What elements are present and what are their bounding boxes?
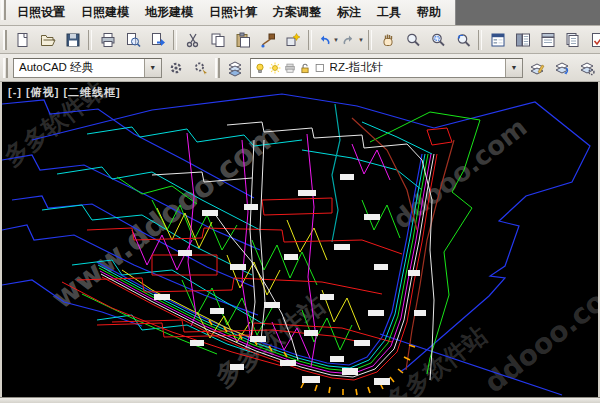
block-editor-icon [284,31,302,49]
sheet-set-manager-icon [564,31,582,49]
zoom-window-button[interactable] [426,28,449,51]
layers-manager-icon [226,59,244,77]
paste-button[interactable] [231,28,254,51]
menu-item-6[interactable]: 工具 [369,0,409,25]
layer-buttons-left [223,56,248,79]
plot-icon [283,61,297,75]
menu-item-5[interactable]: 标注 [329,0,369,25]
properties-icon [489,31,507,49]
redo-icon [341,31,357,49]
toolbar-grip[interactable] [3,58,8,78]
block-editor-button[interactable] [281,28,304,51]
open-folder-button[interactable] [36,28,59,51]
cad-drawing: www.ddooo.comddooo.com多多软件站多多软件站多多软件站ddo… [2,82,598,397]
layers-toolbar: AutoCAD 经典 ▼ RZ-指北针 ▼ [0,54,600,82]
cut-icon [184,31,202,49]
color-swatch[interactable] [313,61,327,75]
layer-teal-lines [332,104,340,242]
layer-combo-value: RZ-指北针 [330,60,505,75]
sun-icon [268,61,282,75]
toolbar-grip[interactable] [3,30,7,50]
layer-previous-icon [553,59,571,77]
toolbar-grip[interactable] [1,0,6,20]
menu-item-4[interactable]: 方案调整 [265,0,329,25]
publish-button[interactable] [146,28,169,51]
gear-icon [167,59,185,77]
color-swatch [313,61,327,75]
undo-button[interactable]: ▼ [316,28,339,51]
copy-button[interactable] [206,28,229,51]
sheet-set-manager-button[interactable] [561,28,584,51]
tool-palettes-icon [539,31,557,49]
print-preview-button[interactable] [121,28,144,51]
publish-icon [149,31,167,49]
menu-item-7[interactable]: 帮助 [409,0,449,25]
menu-item-2[interactable]: 地形建模 [137,0,201,25]
tool-palettes-button[interactable] [536,28,559,51]
make-current-layer-icon [528,59,546,77]
workspace-switch-button[interactable] [190,56,213,79]
standard-toolbar: ▼▼? [0,26,600,54]
menu-item-1[interactable]: 日照建模 [73,0,137,25]
zoom-window-icon [429,31,447,49]
zoom-previous-button[interactable] [451,28,474,51]
layer-states-button[interactable] [576,56,599,79]
open-folder-icon [39,31,57,49]
toolbar-separator [368,30,372,50]
cut-button[interactable] [181,28,204,51]
watermark-text: ddooo.com [478,267,598,397]
match-properties-button[interactable] [256,28,279,51]
sun-icon[interactable] [268,61,282,75]
workspace-combo[interactable]: AutoCAD 经典 ▼ [13,58,162,78]
watermark-text: ddooo.com [387,112,532,235]
toolbar-separator [88,30,92,50]
menu-item-0[interactable]: 日照设置 [9,0,73,25]
layer-buttons-right [525,56,600,79]
bulb-icon[interactable] [253,61,267,75]
save-button[interactable] [61,28,84,51]
application-window: 日照设置日照建模地形建模日照计算方案调整标注工具帮助 ▼▼? AutoCAD 经… [0,0,600,403]
chevron-down-icon[interactable]: ▼ [333,37,339,43]
layers-manager-button[interactable] [224,56,247,79]
match-properties-icon [259,31,277,49]
workspace-switch-icon [192,59,210,77]
chevron-down-icon[interactable]: ▼ [358,37,364,43]
properties-button[interactable] [486,28,509,51]
make-current-layer-button[interactable] [526,56,549,79]
window-frame-bottom [0,397,600,403]
menu-item-3[interactable]: 日照计算 [201,0,265,25]
designcenter-icon [514,31,532,49]
chevron-down-icon[interactable]: ▼ [144,59,161,77]
designcenter-button[interactable] [511,28,534,51]
toolbar-separator [308,30,312,50]
paste-icon [234,31,252,49]
toolbar-grip[interactable] [215,58,220,78]
titlebar-void [455,0,600,25]
new-document-button[interactable] [11,28,34,51]
save-icon [64,31,82,49]
chevron-down-icon[interactable]: ▼ [505,59,522,77]
menu-bar: 日照设置日照建模地形建模日照计算方案调整标注工具帮助 [0,0,600,26]
unlock-icon[interactable] [298,61,312,75]
layer-darkred-lines [352,118,454,370]
new-document-icon [14,31,32,49]
zoom-realtime-button[interactable] [401,28,424,51]
gear-button[interactable] [165,56,188,79]
toolbar-separator [478,30,482,50]
pan-icon [379,31,397,49]
toolbar-separator [173,30,177,50]
pan-button[interactable] [376,28,399,51]
watermark-text: 多多软件站 [380,320,493,397]
markup-set-manager-icon [589,31,600,49]
zoom-realtime-icon [404,31,422,49]
print-button[interactable] [96,28,119,51]
markup-set-manager-button[interactable] [586,28,600,51]
undo-icon [316,31,332,49]
plot-icon[interactable] [283,61,297,75]
layer-previous-button[interactable] [551,56,574,79]
redo-button[interactable]: ▼ [341,28,364,51]
layer-combo[interactable]: RZ-指北针 ▼ [250,58,523,78]
layer-states-icon [578,59,596,77]
viewport-controls[interactable]: [-] [俯视] [二维线框] [8,85,121,100]
drawing-viewport[interactable]: [-] [俯视] [二维线框] www.ddooo.comddooo.com多多… [2,82,598,397]
